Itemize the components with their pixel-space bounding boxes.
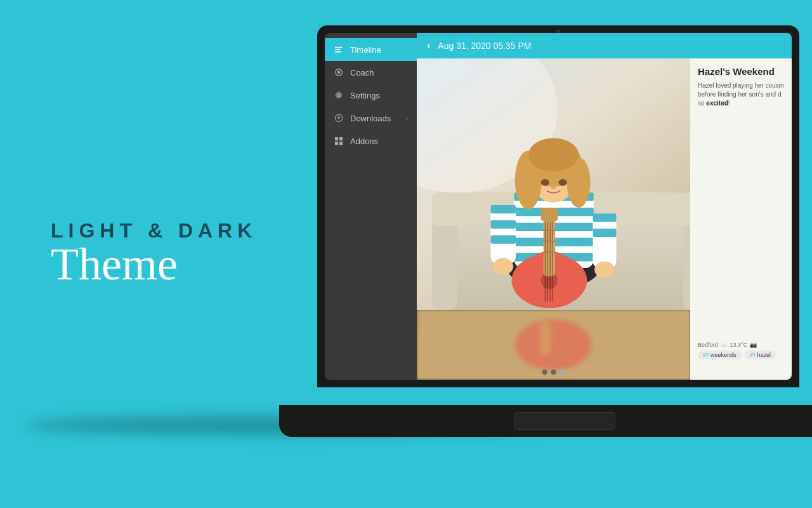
right-panel-title: Hazel's Weekend bbox=[698, 66, 784, 77]
header-date: Aug 31, 2020 05:35 PM bbox=[438, 41, 531, 51]
tag-hazel[interactable]: 🏷 hazel bbox=[745, 351, 776, 359]
svg-rect-42 bbox=[541, 208, 558, 221]
svg-rect-7 bbox=[339, 137, 343, 140]
main-image bbox=[417, 58, 690, 310]
right-panel-exclamation: ! bbox=[728, 100, 730, 107]
sidebar-label-coach: Coach bbox=[350, 68, 374, 77]
laptop-bottom bbox=[279, 405, 812, 437]
settings-icon bbox=[334, 90, 344, 100]
laptop: Timeline Coach bbox=[279, 13, 812, 495]
camera-small-icon: 📷 bbox=[750, 342, 757, 348]
dots-navigation bbox=[542, 369, 565, 375]
location-info: Bedford ☁️ 13.3°C 📷 bbox=[698, 342, 784, 348]
sidebar-item-settings[interactable]: Settings bbox=[325, 84, 417, 107]
timeline-icon bbox=[334, 44, 344, 55]
right-panel-bold: excited bbox=[706, 100, 728, 107]
right-panel: Hazel's Weekend Hazel loved playing her … bbox=[690, 58, 792, 380]
sidebar-label-timeline: Timeline bbox=[350, 45, 381, 55]
svg-rect-0 bbox=[335, 47, 343, 48]
trackpad bbox=[514, 412, 615, 430]
sidebar-label-settings: Settings bbox=[350, 91, 380, 100]
sidebar-label-downloads: Downloads bbox=[350, 114, 391, 123]
svg-rect-24 bbox=[491, 205, 516, 264]
svg-rect-25 bbox=[491, 205, 516, 213]
camera-dot bbox=[556, 29, 560, 33]
svg-rect-1 bbox=[335, 49, 341, 50]
svg-rect-8 bbox=[335, 142, 338, 145]
weather-icon: ☁️ bbox=[721, 342, 728, 348]
addons-icon bbox=[334, 136, 344, 146]
svg-point-51 bbox=[541, 179, 549, 186]
svg-rect-31 bbox=[593, 229, 617, 237]
right-panel-description: Hazel loved playing her cousin before fi… bbox=[698, 81, 784, 108]
coach-icon bbox=[334, 67, 344, 77]
nav-dot-2 bbox=[551, 370, 556, 375]
svg-rect-56 bbox=[540, 323, 550, 354]
svg-point-53 bbox=[551, 186, 556, 189]
svg-rect-6 bbox=[335, 137, 338, 140]
svg-point-32 bbox=[594, 261, 615, 277]
content-area: Hazel's Weekend Hazel loved playing her … bbox=[417, 58, 792, 380]
app-content: Timeline Coach bbox=[325, 33, 792, 380]
svg-point-4 bbox=[337, 71, 340, 74]
svg-rect-2 bbox=[335, 51, 342, 53]
downloads-chevron-icon: › bbox=[406, 115, 408, 122]
laptop-screen-bezel: Timeline Coach bbox=[317, 25, 799, 387]
svg-rect-26 bbox=[491, 220, 516, 229]
tag-icon-hazel: 🏷 bbox=[750, 352, 756, 358]
tags-row: 🏷 weekends 🏷 hazel bbox=[698, 351, 784, 359]
temperature-text: 13.3°C bbox=[730, 342, 748, 348]
svg-rect-27 bbox=[491, 236, 516, 244]
downloads-icon bbox=[334, 113, 344, 123]
main-photo bbox=[417, 58, 690, 310]
nav-dot-1 bbox=[542, 370, 547, 375]
left-text-section: LIGHT & DARK Theme bbox=[51, 218, 257, 290]
theme-cursive-title: Theme bbox=[51, 239, 257, 290]
nav-dot-3 bbox=[560, 369, 565, 375]
back-button[interactable]: ‹ bbox=[427, 40, 430, 51]
tag-weekends[interactable]: 🏷 weekends bbox=[698, 351, 742, 359]
sidebar: Timeline Coach bbox=[325, 33, 417, 380]
sidebar-label-addons: Addons bbox=[350, 137, 378, 146]
laptop-screen: Timeline Coach bbox=[325, 33, 792, 380]
tag-label-weekends: weekends bbox=[710, 352, 737, 358]
location-text: Bedford bbox=[698, 342, 718, 348]
sidebar-item-downloads[interactable]: Downloads › bbox=[325, 107, 417, 130]
sidebar-item-addons[interactable]: Addons bbox=[325, 130, 417, 152]
sidebar-item-timeline[interactable]: Timeline bbox=[325, 38, 417, 61]
svg-rect-30 bbox=[593, 213, 617, 222]
main-content-area: ‹ Aug 31, 2020 05:35 PM bbox=[417, 33, 792, 380]
app-header: ‹ Aug 31, 2020 05:35 PM bbox=[417, 33, 792, 58]
tag-label-hazel: hazel bbox=[757, 352, 771, 358]
gallery-area bbox=[417, 58, 690, 380]
svg-point-50 bbox=[528, 138, 579, 171]
svg-point-52 bbox=[558, 179, 566, 186]
sidebar-item-coach[interactable]: Coach bbox=[325, 61, 417, 84]
svg-point-28 bbox=[493, 258, 513, 274]
tag-icon: 🏷 bbox=[703, 352, 709, 358]
footer-info: Bedford ☁️ 13.3°C 📷 🏷 weekends bbox=[690, 339, 792, 362]
svg-point-55 bbox=[515, 319, 591, 370]
svg-rect-9 bbox=[339, 142, 343, 145]
